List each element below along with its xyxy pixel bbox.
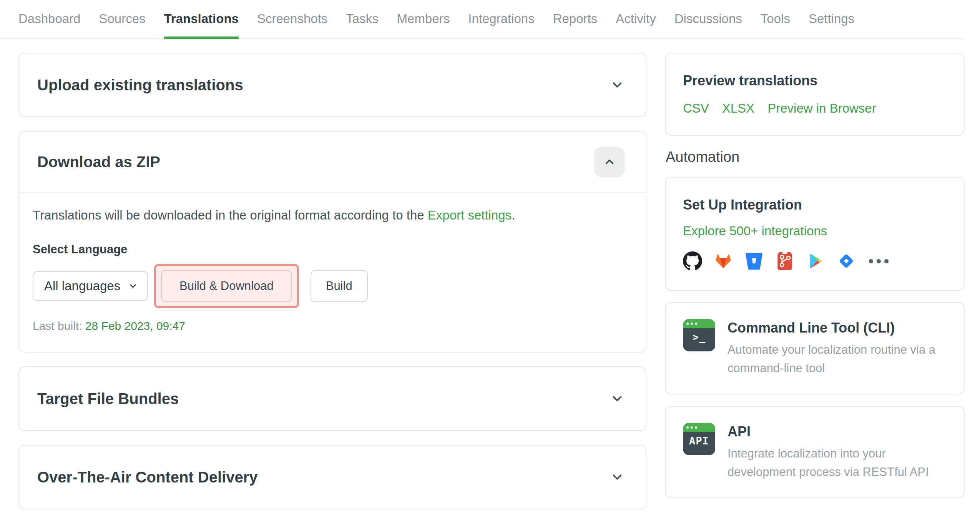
- chevron-down-icon: [128, 281, 138, 291]
- chevron-down-icon[interactable]: [610, 78, 625, 92]
- gitlab-icon[interactable]: [714, 251, 733, 271]
- panel-over-the-air: Over-The-Air Content Delivery: [18, 445, 646, 509]
- main-column: Upload existing translations Download as…: [18, 53, 646, 514]
- csv-link[interactable]: CSV: [683, 101, 709, 116]
- description-text: Translations will be downloaded in the o…: [33, 208, 428, 222]
- bundles-panel-title: Target File Bundles: [37, 390, 179, 408]
- highlight-annotation: Build & Download: [154, 264, 299, 308]
- tab-dashboard[interactable]: Dashboard: [18, 12, 80, 38]
- project-tabs: Dashboard Sources Translations Screensho…: [0, 0, 965, 39]
- download-description: Translations will be downloaded in the o…: [33, 208, 628, 223]
- tab-translations[interactable]: Translations: [164, 12, 239, 38]
- api-card[interactable]: API API Integrate localization into your…: [665, 406, 965, 498]
- preview-translations-card: Preview translations CSV XLSX Preview in…: [665, 53, 965, 136]
- language-select-value: All languages: [44, 279, 120, 293]
- git-icon[interactable]: [775, 251, 794, 271]
- page-content: Upload existing translations Download as…: [0, 39, 980, 514]
- tab-tools[interactable]: Tools: [761, 12, 790, 38]
- automation-heading: Automation: [666, 149, 965, 165]
- cli-card-description: Automate your localization routine via a…: [728, 341, 947, 378]
- cli-card[interactable]: >_ Command Line Tool (CLI) Automate your…: [665, 302, 965, 394]
- panel-download-as-zip: Download as ZIP Translations will be dow…: [18, 131, 646, 353]
- panel-target-file-bundles: Target File Bundles: [18, 366, 646, 431]
- api-icon-glyph: API: [683, 435, 715, 447]
- bundles-panel-header[interactable]: Target File Bundles: [19, 367, 646, 430]
- panel-upload-existing-translations: Upload existing translations: [18, 53, 646, 117]
- tab-tasks[interactable]: Tasks: [346, 12, 378, 38]
- upload-panel-title: Upload existing translations: [37, 77, 243, 94]
- tab-screenshots[interactable]: Screenshots: [257, 12, 327, 38]
- last-built-label: Last built:: [33, 319, 82, 332]
- api-card-text: API Integrate localization into your dev…: [728, 423, 947, 481]
- last-built-date: 28 Feb 2023, 09:47: [85, 319, 185, 332]
- last-built-status: Last built: 28 Feb 2023, 09:47: [33, 319, 628, 333]
- api-icon: API: [683, 423, 715, 455]
- build-and-download-button[interactable]: Build & Download: [161, 270, 292, 302]
- set-up-integration-title: Set Up Integration: [683, 197, 947, 213]
- build-button[interactable]: Build: [311, 270, 368, 302]
- download-panel-header: Download as ZIP: [19, 132, 646, 193]
- terminal-icon-glyph: >_: [683, 331, 715, 343]
- tab-discussions[interactable]: Discussions: [674, 12, 742, 38]
- select-language-label: Select Language: [33, 243, 628, 256]
- download-panel-body: Translations will be downloaded in the o…: [19, 193, 646, 352]
- cli-card-text: Command Line Tool (CLI) Automate your lo…: [728, 319, 947, 378]
- ota-panel-header[interactable]: Over-The-Air Content Delivery: [19, 446, 646, 509]
- collapse-panel-button[interactable]: [594, 147, 625, 177]
- set-up-integration-card: Set Up Integration Explore 500+ integrat…: [665, 177, 965, 291]
- preview-in-browser-link[interactable]: Preview in Browser: [767, 101, 876, 116]
- tab-members[interactable]: Members: [397, 12, 450, 38]
- github-icon[interactable]: [683, 251, 702, 271]
- tab-sources[interactable]: Sources: [99, 12, 145, 38]
- tab-integrations[interactable]: Integrations: [468, 12, 534, 38]
- xlsx-link[interactable]: XLSX: [722, 101, 754, 116]
- description-period: .: [512, 208, 515, 222]
- preview-links: CSV XLSX Preview in Browser: [683, 101, 947, 116]
- terminal-icon: >_: [683, 319, 715, 351]
- integration-icons-row: [683, 251, 947, 271]
- tab-activity[interactable]: Activity: [616, 12, 656, 38]
- chevron-down-icon[interactable]: [610, 470, 625, 484]
- sidebar: Preview translations CSV XLSX Preview in…: [665, 53, 965, 510]
- language-select[interactable]: All languages: [33, 271, 148, 301]
- preview-translations-title: Preview translations: [683, 73, 947, 89]
- chevron-down-icon[interactable]: [610, 391, 625, 406]
- more-integrations-icon[interactable]: [869, 259, 889, 263]
- api-card-description: Integrate localization into your develop…: [728, 444, 947, 481]
- download-controls: All languages Build & Download Build: [33, 264, 628, 308]
- tab-reports[interactable]: Reports: [553, 12, 598, 38]
- ota-panel-title: Over-The-Air Content Delivery: [37, 469, 257, 486]
- jira-icon[interactable]: [837, 251, 856, 271]
- explore-integrations-link[interactable]: Explore 500+ integrations: [683, 224, 827, 238]
- download-panel-title: Download as ZIP: [37, 153, 160, 171]
- bitbucket-icon[interactable]: [744, 251, 764, 271]
- chevron-up-icon: [603, 155, 616, 168]
- api-card-title: API: [728, 424, 947, 440]
- export-settings-link[interactable]: Export settings: [428, 208, 512, 222]
- cli-card-title: Command Line Tool (CLI): [728, 320, 947, 336]
- upload-panel-header[interactable]: Upload existing translations: [19, 53, 646, 116]
- google-play-icon[interactable]: [806, 251, 825, 271]
- tab-settings[interactable]: Settings: [809, 12, 854, 38]
